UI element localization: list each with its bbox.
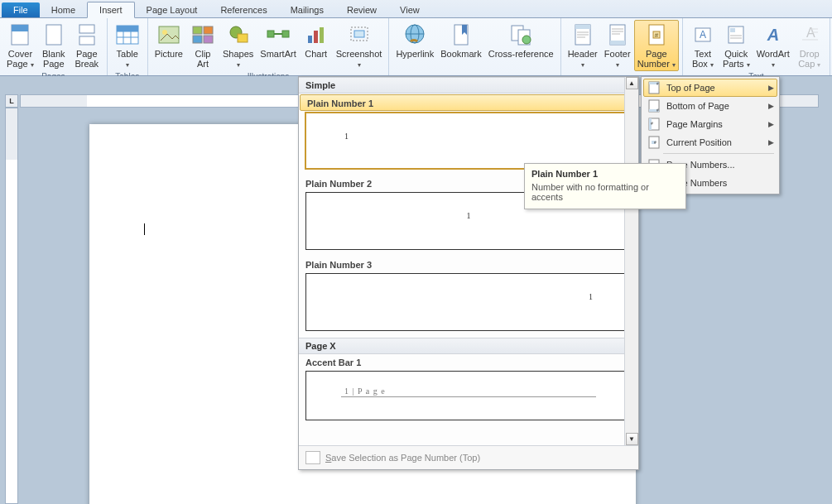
svg-rect-10 bbox=[117, 26, 138, 31]
crossref-button[interactable]: Cross-reference bbox=[485, 20, 557, 60]
dropcap-button[interactable]: ADropCap ▾ bbox=[793, 20, 826, 71]
svg-rect-25 bbox=[354, 31, 364, 37]
group-links: Hyperlink Bookmark Cross-reference bbox=[389, 18, 560, 75]
gallery-scrollbar[interactable]: ▲ ▼ bbox=[624, 77, 638, 445]
blank-page-button[interactable]: BlankPage bbox=[37, 20, 70, 70]
header-button[interactable]: Header▾ bbox=[565, 20, 601, 71]
clipart-icon bbox=[190, 22, 216, 48]
svg-rect-20 bbox=[282, 31, 289, 37]
quickparts-button[interactable]: QuickParts ▾ bbox=[719, 20, 753, 71]
chart-button[interactable]: Chart bbox=[300, 20, 333, 60]
screenshot-button[interactable]: Screenshot▾ bbox=[333, 20, 386, 71]
menu-current-position[interactable]: # Current Position ▶ bbox=[643, 133, 777, 151]
text-cursor bbox=[144, 223, 145, 235]
tab-home[interactable]: Home bbox=[40, 2, 87, 17]
clipart-button[interactable]: ClipArt bbox=[186, 20, 219, 70]
gallery-item-accent-1[interactable]: Accent Bar 1 1 | P a g e bbox=[299, 354, 638, 420]
tab-review[interactable]: Review bbox=[335, 2, 388, 17]
tab-file[interactable]: File bbox=[2, 2, 40, 17]
svg-text:#: # bbox=[651, 121, 653, 126]
submenu-arrow-icon: ▶ bbox=[768, 120, 774, 128]
gallery-save-selection: Save Selection as Page Number (Top) bbox=[299, 445, 638, 469]
current-position-icon: # bbox=[647, 136, 661, 149]
bookmark-button[interactable]: Bookmark bbox=[437, 20, 485, 60]
group-text: ATextBox ▾ QuickParts ▾ AWordArt▾ ADropC… bbox=[683, 18, 830, 75]
group-headerfooter: Header▾ Footer▾ #PageNumber ▾ bbox=[561, 18, 683, 75]
hyperlink-button[interactable]: Hyperlink bbox=[392, 20, 437, 60]
smartart-button[interactable]: SmartArt bbox=[257, 20, 299, 60]
svg-rect-19 bbox=[267, 31, 274, 37]
svg-rect-34 bbox=[575, 25, 590, 29]
svg-rect-39 bbox=[610, 41, 625, 45]
shapes-icon bbox=[225, 22, 252, 48]
gallery-preview: 1 | P a g e bbox=[305, 371, 632, 420]
ribbon: CoverPage ▾ BlankPage PageBreak Pages Ta… bbox=[0, 18, 832, 76]
shapes-button[interactable]: Shapes▾ bbox=[219, 20, 257, 71]
picture-button[interactable]: Picture bbox=[151, 20, 186, 60]
quickparts-icon bbox=[723, 22, 749, 48]
tab-insert[interactable]: Insert bbox=[87, 2, 135, 18]
submenu-arrow-icon: ▶ bbox=[768, 84, 774, 92]
svg-text:A: A bbox=[700, 29, 706, 41]
menu-page-margins[interactable]: # Page Margins ▶ bbox=[643, 115, 777, 133]
gallery-item-label: Plain Number 3 bbox=[299, 257, 638, 271]
tab-alignment-selector[interactable]: L bbox=[5, 94, 18, 108]
menu-label: Top of Page bbox=[666, 83, 715, 93]
picture-icon bbox=[156, 22, 182, 48]
page-number-button[interactable]: #PageNumber ▾ bbox=[634, 20, 679, 71]
page-break-button[interactable]: PageBreak bbox=[70, 20, 103, 70]
tab-strip: File Home Insert Page Layout References … bbox=[0, 0, 832, 18]
tab-page-layout[interactable]: Page Layout bbox=[135, 2, 209, 17]
svg-point-12 bbox=[162, 30, 167, 35]
scroll-up-button[interactable]: ▲ bbox=[626, 77, 638, 89]
svg-rect-4 bbox=[79, 36, 94, 45]
hyperlink-icon bbox=[402, 22, 428, 48]
gallery-item-label: Accent Bar 1 bbox=[299, 354, 638, 369]
table-button[interactable]: Table▾ bbox=[111, 20, 144, 71]
group-label-links bbox=[392, 64, 556, 75]
menu-label: Bottom of Page bbox=[666, 101, 729, 111]
gallery-item-plain-3[interactable]: Plain Number 3 1 bbox=[299, 257, 638, 331]
wordart-button[interactable]: AWordArt▾ bbox=[753, 20, 793, 71]
bottom-of-page-icon: # bbox=[647, 99, 661, 113]
svg-rect-13 bbox=[193, 26, 202, 34]
smartart-icon bbox=[265, 22, 291, 48]
crossref-icon bbox=[507, 22, 534, 48]
gallery-item-label: Plain Number 1 bbox=[300, 94, 637, 111]
tab-mailings[interactable]: Mailings bbox=[279, 2, 335, 17]
footer-icon bbox=[604, 22, 631, 48]
menu-top-of-page[interactable]: # Top of Page ▶ bbox=[643, 79, 777, 97]
bookmark-icon bbox=[448, 22, 474, 48]
menu-bottom-of-page[interactable]: # Bottom of Page ▶ bbox=[643, 97, 777, 115]
gallery-group-pagex: Page X bbox=[299, 338, 638, 354]
textbox-button[interactable]: ATextBox ▾ bbox=[686, 20, 719, 71]
menu-label: Current Position bbox=[666, 137, 732, 147]
svg-text:#: # bbox=[656, 108, 659, 113]
tooltip: Plain Number 1 Number with no formatting… bbox=[524, 163, 686, 209]
page-number-icon: # bbox=[643, 22, 670, 48]
tooltip-body: Number with no formatting or accents bbox=[531, 182, 679, 202]
gallery-preview: 1 bbox=[305, 273, 632, 331]
tab-references[interactable]: References bbox=[209, 2, 278, 17]
svg-rect-15 bbox=[193, 36, 202, 43]
page-break-icon bbox=[74, 22, 100, 48]
gallery-preview: 1 bbox=[305, 112, 632, 170]
top-of-page-icon: # bbox=[647, 81, 661, 94]
vertical-ruler[interactable] bbox=[5, 108, 18, 504]
footer-button[interactable]: Footer▾ bbox=[601, 20, 634, 71]
tab-view[interactable]: View bbox=[388, 2, 431, 17]
svg-rect-11 bbox=[159, 26, 179, 43]
svg-point-32 bbox=[522, 36, 531, 44]
menu-separator bbox=[663, 153, 774, 154]
svg-text:#: # bbox=[654, 140, 656, 145]
svg-text:A: A bbox=[766, 26, 778, 44]
svg-rect-2 bbox=[46, 25, 61, 45]
screenshot-icon bbox=[346, 22, 373, 48]
gallery-scroll[interactable]: Simple Plain Number 1 1 Plain Number 2 1… bbox=[299, 77, 638, 445]
gallery-cmd-label: Save Selection as Page Number (Top) bbox=[325, 453, 480, 463]
page-margins-icon: # bbox=[647, 118, 661, 131]
gallery-item-plain-1[interactable]: Plain Number 1 1 bbox=[299, 94, 638, 170]
scroll-down-button[interactable]: ▼ bbox=[626, 433, 638, 445]
blank-page-icon bbox=[41, 22, 67, 48]
cover-page-button[interactable]: CoverPage ▾ bbox=[3, 20, 37, 71]
